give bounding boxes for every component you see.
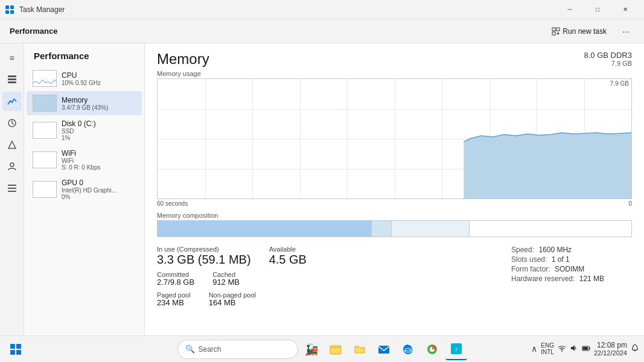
maximize-button[interactable]: □ [584, 0, 611, 19]
sidebar-item-gpu[interactable]: GPU 0 Intel(R) HD Graphi... 0% [27, 175, 142, 204]
memory-mini-chart [33, 95, 57, 112]
taskbar-app-music[interactable]: ♪ [445, 338, 467, 360]
more-options-button[interactable]: ··· [617, 23, 634, 40]
run-task-icon [552, 27, 560, 36]
slots-row: Slots used: 1 of 1 [511, 255, 632, 264]
memory-graph-svg [158, 79, 631, 198]
nav-hamburger[interactable]: ≡ [2, 48, 22, 68]
sidebar-item-cpu[interactable]: CPU 10% 0.92 GHz [27, 66, 142, 91]
sidebar: Performance CPU 10% 0.92 GHz Memory 3.4/… [24, 43, 145, 360]
run-task-label: Run new task [563, 27, 607, 36]
search-placeholder: Search [199, 345, 222, 354]
nav-processes[interactable] [2, 70, 22, 89]
form-value: SODIMM [555, 265, 584, 273]
lang-line2: INTL [541, 349, 554, 355]
wifi-name: WiFi [62, 149, 100, 157]
nav-details[interactable] [2, 179, 22, 198]
taskbar-app-folder[interactable] [349, 338, 371, 360]
graph-label: Memory usage [157, 70, 632, 77]
header-actions: Run new task ··· [546, 23, 634, 40]
search-bar[interactable]: 🔍 Search [177, 340, 298, 359]
speed-value: 1600 MHz [538, 246, 572, 254]
nav-users[interactable] [2, 157, 22, 176]
close-button[interactable]: ✕ [611, 0, 639, 19]
cpu-info: CPU 10% 0.92 GHz [62, 71, 101, 86]
stat-committed: Committed 2.7/9.8 GB [157, 271, 194, 287]
nonpaged-value: 164 MB [209, 299, 256, 307]
svg-rect-2 [5, 10, 9, 14]
minimize-button[interactable]: ─ [556, 0, 584, 19]
battery-icon[interactable] [582, 344, 590, 354]
stats-right: Speed: 1600 MHz Slots used: 1 of 1 Form … [511, 246, 632, 308]
gpu-sub: Intel(R) HD Graphi... [62, 187, 116, 194]
svg-marker-29 [571, 345, 575, 351]
form-label: Form factor: [511, 265, 550, 273]
gpu-info: GPU 0 Intel(R) HD Graphi... 0% [62, 179, 116, 200]
svg-rect-9 [8, 75, 16, 77]
wifi-speed: S: 0 R: 0 Kbps [62, 164, 100, 171]
disk-name: Disk 0 (C:) [62, 119, 96, 128]
slots-value: 1 of 1 [552, 255, 570, 264]
clock-time: 12:08 pm [594, 341, 627, 349]
run-new-task-button[interactable]: Run new task [546, 25, 613, 38]
volume-icon[interactable] [570, 344, 578, 354]
composition-section: Memory composition [157, 212, 632, 237]
cpu-name: CPU [62, 71, 101, 80]
svg-rect-4 [552, 28, 555, 31]
notification-icon[interactable] [631, 344, 639, 354]
start-button[interactable] [5, 338, 27, 360]
start-q4 [16, 350, 21, 355]
nav-startup[interactable] [2, 135, 22, 154]
stats-row2: Committed 2.7/9.8 GB Cached 912 MB [157, 271, 499, 287]
start-icon [10, 344, 21, 355]
svg-rect-21 [330, 346, 341, 354]
wifi-icon[interactable] [558, 344, 566, 354]
svg-point-14 [10, 163, 14, 167]
memory-graph: 7.9 GB [157, 78, 632, 199]
sidebar-item-memory[interactable]: Memory 3.4/7.9 GB (43%) [27, 91, 142, 115]
cpu-mini-chart [33, 70, 57, 87]
memory-name: Memory [62, 96, 108, 104]
composition-bar [157, 220, 632, 237]
disk-pct: 1% [62, 135, 96, 141]
window-controls: ─ □ ✕ [556, 0, 639, 19]
icon-nav: ≡ [0, 43, 24, 360]
comp-standby [392, 221, 470, 237]
taskbar-app-edge[interactable] [397, 338, 419, 360]
taskbar-center: 🔍 Search 🚂 ♪ [177, 338, 467, 360]
available-value: 4.5 GB [269, 253, 307, 266]
spec-sub: 7.9 GB [584, 60, 632, 67]
spec-label: 8.0 GB DDR3 [584, 51, 632, 60]
memory-spec: 8.0 GB DDR3 7.9 GB [584, 51, 632, 67]
search-icon: 🔍 [185, 345, 195, 354]
svg-rect-11 [8, 81, 16, 83]
clock-display[interactable]: 12:08 pm 22/12/2024 [594, 341, 627, 358]
section-title: Performance [10, 27, 57, 36]
sidebar-item-disk[interactable]: Disk 0 (C:) SSD 1% [27, 116, 142, 145]
stat-nonpaged: Non-paged pool 164 MB [209, 291, 256, 307]
nav-performance[interactable] [2, 92, 22, 111]
in-use-label: In use (Compressed) [157, 246, 251, 253]
svg-marker-13 [8, 141, 16, 148]
taskbar-app-train[interactable]: 🚂 [301, 338, 322, 360]
sidebar-item-wifi[interactable]: WiFi WiFi S: 0 R: 0 Kbps [27, 145, 142, 174]
stat-available: Available 4.5 GB [269, 246, 307, 266]
speed-label: Speed: [511, 246, 534, 254]
svg-point-28 [561, 351, 563, 352]
taskbar-app-chrome[interactable] [421, 338, 443, 360]
available-label: Available [269, 246, 307, 253]
taskbar-app-email[interactable] [373, 338, 395, 360]
app-icon [5, 5, 14, 14]
stats-row1: In use (Compressed) 3.3 GB (59.1 MB) Ava… [157, 246, 499, 266]
stats-row3: Paged pool 234 MB Non-paged pool 164 MB [157, 291, 499, 307]
taskbar-app-explorer[interactable] [325, 338, 346, 360]
app-body: ≡ Performance [0, 43, 644, 360]
memory-info: Memory 3.4/7.9 GB (43%) [62, 96, 108, 111]
paged-value: 234 MB [157, 299, 191, 307]
form-row: Form factor: SODIMM [511, 265, 632, 273]
svg-rect-5 [556, 28, 560, 31]
language-indicator[interactable]: ENG INTL [541, 342, 554, 355]
chevron-up-icon[interactable]: ∧ [531, 344, 537, 354]
slots-label: Slots used: [511, 255, 547, 264]
nav-history[interactable] [2, 113, 22, 133]
